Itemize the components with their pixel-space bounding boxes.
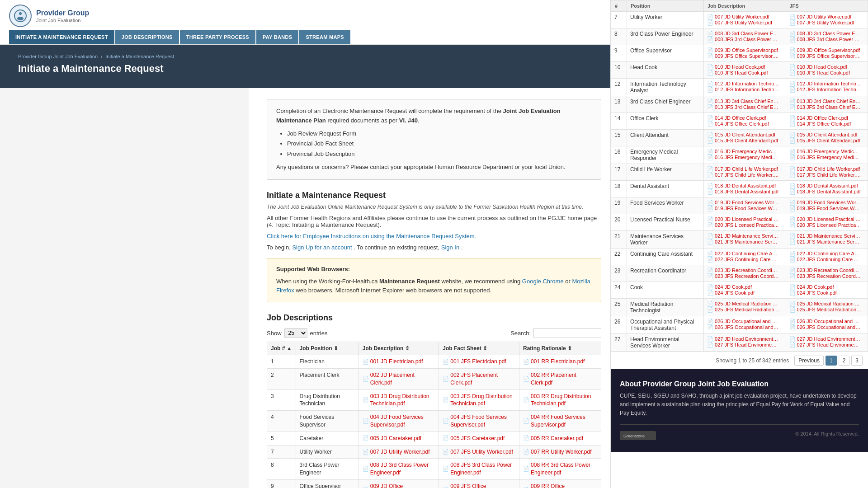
rp-jd-link[interactable]: 📄 023 JD Recreation Coordinator.pdf — [707, 267, 779, 273]
rp-jd2-link[interactable]: 📄 026 JFS Occupational and Physical Ther… — [707, 324, 779, 330]
rp-jfs-link[interactable]: 📄 015 JD Client Attendant.pdf — [789, 132, 862, 138]
rp-jfs-link[interactable]: 📄 025 JD Medical Radiation Technologist.… — [789, 301, 862, 307]
jfs-link[interactable]: 📄002 JFS Placement Clerk.pdf — [443, 371, 515, 387]
rp-jfs2-link[interactable]: 📄 027 JFS Head Environmental Services Wo… — [789, 342, 862, 348]
rp-jd2-link[interactable]: 📄 016 JFS Emergency Medical Responder.pd… — [707, 155, 779, 160]
instructions-link[interactable]: Click here for Employee Instructions on … — [267, 233, 476, 239]
rp-jd2-link[interactable]: 📄 014 JFS Office Clerk.pdf — [707, 121, 779, 127]
rp-jd-link[interactable]: 📄 018 JD Dental Assistant.pdf — [707, 183, 779, 189]
breadcrumb-home[interactable]: Provider Group Joint Job Evaluation — [18, 54, 98, 59]
page-3-btn[interactable]: 3 — [851, 356, 863, 366]
rp-jfs-link[interactable]: 📄 013 JD 3rd Class Chief Engineer.pdf — [789, 99, 862, 104]
page-2-btn[interactable]: 2 — [839, 356, 850, 366]
nav-three-party[interactable]: THREE PARTY PROCESS — [180, 30, 255, 44]
rp-jfs-link[interactable]: 📄 022 JD Continuing Care Assistant.pdf — [789, 251, 862, 257]
rp-jd-link[interactable]: 📄 024 JD Cook.pdf — [707, 284, 779, 290]
rp-jd-link[interactable]: 📄 020 JD Licensed Practical Nurse.pdf — [707, 216, 779, 222]
rp-jfs-link[interactable]: 📄 018 JD Dental Assistant.pdf — [789, 183, 862, 189]
col-job-num[interactable]: Job # ▲ — [267, 342, 296, 355]
rp-jfs2-link[interactable]: 📄 014 JFS Office Clerk.pdf — [789, 121, 862, 127]
rp-jfs2-link[interactable]: 📄 023 JFS Recreation Coordinator.pdf — [789, 273, 862, 279]
nav-initiate[interactable]: INITIATE A MAINTENANCE REQUEST — [9, 30, 114, 44]
jfs-link[interactable]: 📄007 JFS Utility Worker.pdf — [443, 448, 515, 456]
rp-jd-link[interactable]: 📄 007 JD Utility Worker.pdf — [707, 14, 779, 20]
rp-jd2-link[interactable]: 📄 019 JFS Food Services Worker.pdf — [707, 206, 779, 211]
rp-jfs2-link[interactable]: 📄 019 JFS Food Services Worker.pdf — [789, 206, 862, 211]
rr-link[interactable]: 📄001 RR Electrician.pdf — [523, 358, 597, 366]
rr-link[interactable]: 📄007 RR Utility Worker.pdf — [523, 448, 597, 456]
jfs-link[interactable]: 📄004 JFS Food Services Supervisor.pdf — [443, 413, 515, 429]
rp-jfs2-link[interactable]: 📄 009 JFS Office Supervisor.pdf — [789, 53, 862, 59]
rp-jd-link[interactable]: 📄 021 JD Maintenance Services Worker.pdf — [707, 233, 779, 239]
rp-jd2-link[interactable]: 📄 010 JFS Head Cook.pdf — [707, 70, 779, 76]
jd-link[interactable]: 📄001 JD Electrician.pdf — [363, 358, 435, 366]
rp-jfs-link[interactable]: 📄 016 JD Emergency Medical Responder.pdf — [789, 149, 862, 155]
jd-link[interactable]: 📄004 JD Food Services Supervisor.pdf — [363, 413, 435, 429]
col-position[interactable]: Job Position ⇕ — [296, 342, 359, 355]
rp-jd2-link[interactable]: 📄 007 JFS Utility Worker.pdf — [707, 20, 779, 26]
show-select[interactable]: 25 50 100 — [284, 328, 307, 338]
rp-jd2-link[interactable]: 📄 008 JFS 3rd Class Power Engineer.pdf — [707, 37, 779, 42]
rp-jd2-link[interactable]: 📄 015 JFS Client Attendant.pdf — [707, 138, 779, 144]
nav-stream-maps[interactable]: STREAM MAPS — [299, 30, 350, 44]
rp-jd-link[interactable]: 📄 027 JD Head Environmental Services Wor… — [707, 336, 779, 342]
rp-jd2-link[interactable]: 📄 024 JFS Cook.pdf — [707, 290, 779, 296]
col-rr[interactable]: Rating Rationale ⇕ — [519, 342, 601, 355]
rp-jfs-link[interactable]: 📄 019 JD Food Services Worker.pdf — [789, 200, 862, 206]
jd-link[interactable]: 📄002 JD Placement Clerk.pdf — [363, 371, 435, 387]
rp-jfs-link[interactable]: 📄 007 JD Utility Worker.pdf — [789, 14, 862, 20]
rp-jd-link[interactable]: 📄 014 JD Office Clerk.pdf — [707, 115, 779, 121]
rp-jd2-link[interactable]: 📄 017 JFS Child Life Worker.pdf — [707, 172, 779, 178]
table-search-input[interactable] — [533, 328, 601, 338]
rp-jfs2-link[interactable]: 📄 012 JFS Information Technology Analyst… — [789, 87, 862, 93]
rr-link[interactable]: 📄009 RR Office Supervisor.pdf — [523, 483, 597, 488]
rp-jfs-link[interactable]: 📄 020 JD Licensed Practical Nurse.pdf — [789, 216, 862, 222]
rp-jfs2-link[interactable]: 📄 025 JFS Medical Radiation Technologist… — [789, 307, 862, 313]
jfs-link[interactable]: 📄005 JFS Caretaker.pdf — [443, 435, 515, 442]
nav-pay-bands[interactable]: PAY BANDS — [256, 30, 298, 44]
rp-jd-link[interactable]: 📄 025 JD Medical Radiation Technologist.… — [707, 301, 779, 307]
jfs-link[interactable]: 📄009 JFS Office Supervisor.pdf — [443, 483, 515, 488]
rp-jd2-link[interactable]: 📄 027 JFS Head Environmental Services Wo… — [707, 342, 779, 348]
jfs-link[interactable]: 📄008 JFS 3rd Class Power Engineer.pdf — [443, 461, 515, 477]
signup-link[interactable]: Sign Up for an account — [292, 244, 352, 251]
rr-link[interactable]: 📄008 RR 3rd Class Power Engineer.pdf — [523, 461, 597, 477]
col-jd[interactable]: Job Description ⇕ — [359, 342, 439, 355]
nav-job-desc[interactable]: JOB DESCRIPTIONS — [115, 30, 179, 44]
rp-jd2-link[interactable]: 📄 022 JFS Continuing Care Assistant.pdf — [707, 257, 779, 263]
rp-jd2-link[interactable]: 📄 025 JFS Medical Radiation Technologist… — [707, 307, 779, 313]
rp-jfs-link[interactable]: 📄 010 JD Head Cook.pdf — [789, 64, 862, 70]
breadcrumb-current[interactable]: Initiate a Maintenance Request — [105, 54, 174, 59]
rp-jfs2-link[interactable]: 📄 007 JFS Utility Worker.pdf — [789, 20, 862, 26]
rp-jfs-link[interactable]: 📄 027 JD Head Environmental Services Wor… — [789, 336, 862, 342]
rp-jd2-link[interactable]: 📄 013 JFS 3rd Class Chief Engineer.pdf — [707, 104, 779, 110]
rp-jd2-link[interactable]: 📄 018 JFS Dental Assistant.pdf — [707, 189, 779, 195]
rr-link[interactable]: 📄004 RR Food Services Supervisor.pdf — [523, 413, 597, 429]
rp-jfs2-link[interactable]: 📄 020 JFS Licensed Practical Nurse.pdf — [789, 222, 862, 228]
rp-jfs-link[interactable]: 📄 012 JD Information Technology Analyst.… — [789, 81, 862, 87]
rr-link[interactable]: 📄005 RR Caretaker.pdf — [523, 435, 597, 442]
rp-jd-link[interactable]: 📄 008 JD 3rd Class Power Engineer.pdf — [707, 31, 779, 37]
rp-jfs2-link[interactable]: 📄 018 JFS Dental Assistant.pdf — [789, 189, 862, 195]
chrome-link[interactable]: Google Chrome — [522, 278, 564, 285]
rp-jfs-link[interactable]: 📄 021 JD Maintenance Services Worker.pdf — [789, 233, 862, 239]
rr-link[interactable]: 📄002 RR Placement Clerk.pdf — [523, 371, 597, 387]
rp-jfs-link[interactable]: 📄 008 JD 3rd Class Power Engineer.pdf — [789, 31, 862, 37]
rp-jd-link[interactable]: 📄 019 JD Food Services Worker.pdf — [707, 200, 779, 206]
rp-jd2-link[interactable]: 📄 020 JFS Licensed Practical Nurse.pdf — [707, 222, 779, 228]
rp-jfs2-link[interactable]: 📄 022 JFS Continuing Care Assistant.pdf — [789, 257, 862, 263]
signin-link[interactable]: Sign In — [441, 244, 459, 251]
rp-jd-link[interactable]: 📄 013 JD 3rd Class Chief Engineer.pdf — [707, 99, 779, 104]
prev-btn[interactable]: Previous — [794, 356, 824, 366]
col-jfs[interactable]: Job Fact Sheet ⇕ — [439, 342, 519, 355]
rp-jfs-link[interactable]: 📄 014 JD Office Clerk.pdf — [789, 115, 862, 121]
jfs-link[interactable]: 📄001 JFS Electrician.pdf — [443, 358, 515, 366]
rp-jd2-link[interactable]: 📄 023 JFS Recreation Coordinator.pdf — [707, 273, 779, 279]
rp-jfs2-link[interactable]: 📄 021 JFS Maintenance Services Worker.pd… — [789, 239, 862, 245]
rp-jd-link[interactable]: 📄 009 JD Office Supervisor.pdf — [707, 47, 779, 53]
rp-jfs2-link[interactable]: 📄 010 JFS Head Cook.pdf — [789, 70, 862, 76]
rp-jfs-link[interactable]: 📄 026 JD Occupational and Physical Thera… — [789, 319, 862, 324]
rp-jd-link[interactable]: 📄 026 JD Occupational and Physical Thera… — [707, 319, 779, 324]
rp-jfs-link[interactable]: 📄 023 JD Recreation Coordinator.pdf — [789, 267, 862, 273]
rp-jd2-link[interactable]: 📄 012 JFS Information Technology Analyst… — [707, 87, 779, 93]
